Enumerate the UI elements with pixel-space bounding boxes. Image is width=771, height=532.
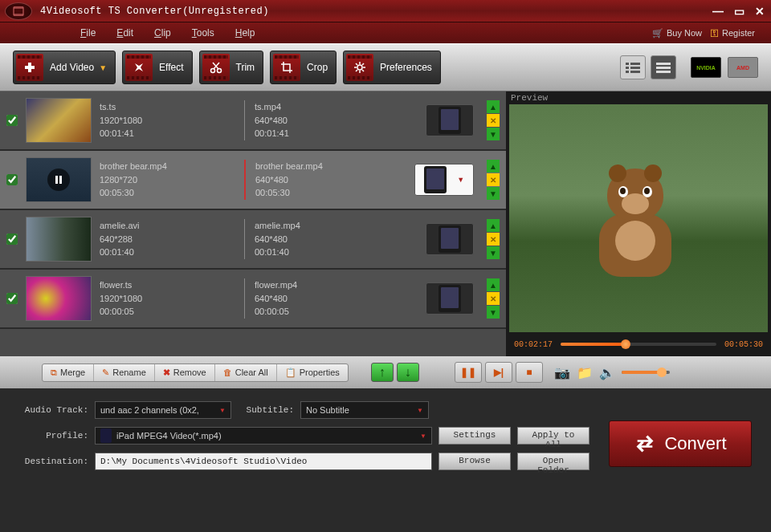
destination-input[interactable]	[95, 453, 432, 470]
svg-rect-1	[14, 6, 23, 8]
ipad-icon	[439, 225, 461, 253]
row-move-up[interactable]: ▲	[487, 278, 500, 291]
output-device-select[interactable]: ▼	[414, 164, 474, 196]
svg-rect-9	[630, 63, 640, 65]
output-device-select[interactable]	[426, 282, 474, 315]
open-snapshot-folder-button[interactable]: 📁	[577, 365, 593, 380]
convert-icon	[634, 433, 656, 455]
convert-label: Convert	[664, 433, 726, 454]
row-move-down[interactable]: ▼	[487, 246, 500, 259]
app-logo-icon	[5, 2, 32, 20]
row-move-down[interactable]: ▼	[487, 128, 500, 140]
pause-button[interactable]: ❚❚	[455, 362, 482, 383]
output-resolution: 640*480	[255, 233, 341, 246]
view-list-button[interactable]	[620, 55, 646, 79]
row-move-down[interactable]: ▼	[487, 187, 500, 200]
menu-edit[interactable]: Edit	[116, 27, 133, 39]
row-move-up[interactable]: ▲	[487, 160, 500, 173]
preferences-button[interactable]: Preferences	[343, 51, 441, 84]
row-move-down[interactable]: ▼	[487, 306, 500, 319]
file-checkbox[interactable]	[6, 174, 18, 185]
stop-button[interactable]: ■	[516, 362, 543, 383]
svg-rect-4	[25, 66, 35, 69]
trash-icon: 🗑	[223, 368, 232, 377]
convert-button[interactable]: Convert	[609, 420, 752, 467]
menu-file[interactable]: File	[80, 27, 96, 39]
svg-rect-14	[656, 63, 671, 65]
rename-label: Rename	[112, 368, 146, 377]
row-move-up[interactable]: ▲	[487, 100, 500, 113]
merge-button[interactable]: ⧉Merge	[43, 364, 94, 381]
file-row[interactable]: ts.ts 1920*1080 00:01:41 ts.mp4 640*480 …	[0, 91, 506, 151]
key-icon: ⚿	[710, 28, 719, 38]
settings-button[interactable]: Settings	[439, 427, 511, 445]
svg-rect-13	[630, 71, 640, 73]
remove-icon: ✖	[163, 368, 170, 378]
effect-label: Effect	[159, 62, 183, 73]
menu-clip[interactable]: Clip	[154, 27, 171, 39]
file-row[interactable]: flower.ts 1920*1080 00:00:05 flower.mp4 …	[0, 270, 506, 329]
menu-tools[interactable]: Tools	[192, 27, 214, 39]
crop-button[interactable]: Crop	[270, 51, 337, 84]
register-link[interactable]: ⚿ Register	[710, 28, 755, 38]
ipad-icon	[439, 107, 461, 134]
ipad-icon	[100, 428, 112, 443]
file-resolution: 1920*1080	[100, 114, 236, 128]
output-name: flower.mp4	[255, 278, 341, 292]
add-video-button[interactable]: Add Video ▼	[13, 51, 116, 84]
subtitle-label: Subtitle:	[238, 405, 294, 415]
register-label: Register	[722, 28, 755, 38]
row-remove[interactable]: ✕	[487, 173, 500, 186]
row-remove[interactable]: ✕	[487, 233, 500, 246]
file-checkbox[interactable]	[6, 115, 18, 126]
apply-to-all-button[interactable]: Apply to All	[517, 427, 589, 445]
minimize-button[interactable]: —	[712, 5, 724, 18]
snapshot-button[interactable]: 📷	[554, 365, 570, 380]
maximize-button[interactable]: ▭	[732, 5, 745, 18]
titlebar: 4Videosoft TS Converter(Unregistered) — …	[0, 0, 771, 22]
row-remove[interactable]: ✕	[487, 292, 500, 305]
row-remove[interactable]: ✕	[487, 114, 500, 127]
clear-label: Clear All	[235, 368, 268, 377]
row-move-up[interactable]: ▲	[487, 219, 500, 232]
step-button[interactable]: ▶|	[485, 362, 512, 383]
file-checkbox[interactable]	[6, 293, 18, 304]
effect-button[interactable]: Effect	[122, 51, 192, 84]
profile-select[interactable]: iPad MPEG4 Video(*.mp4) ▼	[95, 427, 432, 445]
svg-rect-17	[55, 176, 58, 184]
browse-button[interactable]: Browse	[439, 453, 511, 470]
move-up-button[interactable]: ↑	[371, 363, 394, 382]
rename-button[interactable]: ✎Rename	[94, 364, 155, 381]
subtitle-select[interactable]: No Subtitle▼	[300, 401, 429, 419]
buy-now-link[interactable]: 🛒 Buy Now	[652, 28, 702, 39]
output-device-select[interactable]	[426, 223, 474, 255]
timeline-slider[interactable]	[561, 343, 716, 346]
file-row[interactable]: brother bear.mp4 1280*720 00:05:30 broth…	[0, 151, 506, 210]
merge-icon: ⧉	[51, 368, 57, 378]
trim-label: Trim	[236, 62, 255, 73]
open-folder-button[interactable]: Open Folder	[517, 453, 589, 470]
remove-button[interactable]: ✖Remove	[155, 364, 215, 381]
clear-all-button[interactable]: 🗑Clear All	[215, 364, 277, 381]
file-name: ts.ts	[100, 100, 236, 114]
current-time: 00:02:17	[514, 340, 553, 349]
ipad-icon	[424, 166, 447, 193]
trim-button[interactable]: Trim	[199, 51, 264, 84]
file-name: amelie.avi	[100, 219, 236, 233]
amd-badge: AMD	[728, 57, 758, 78]
file-resolution: 640*288	[100, 233, 236, 246]
view-detail-button[interactable]	[651, 55, 676, 79]
close-button[interactable]: ✕	[753, 5, 766, 18]
file-row[interactable]: amelie.avi 640*288 00:01:40 amelie.mp4 6…	[0, 210, 506, 270]
properties-button[interactable]: 📋Properties	[277, 364, 348, 381]
file-checkbox[interactable]	[6, 234, 18, 245]
preview-panel: Preview 00:02:17 00:05:30	[506, 91, 771, 356]
subtitle-value: No Subtitle	[306, 405, 349, 415]
file-list: ts.ts 1920*1080 00:01:41 ts.mp4 640*480 …	[0, 91, 506, 356]
audio-track-select[interactable]: und aac 2 channels (0x2,▼	[95, 401, 231, 419]
output-device-select[interactable]	[426, 104, 474, 136]
menu-help[interactable]: Help	[235, 27, 255, 39]
properties-label: Properties	[300, 368, 340, 377]
move-down-button[interactable]: ↓	[397, 363, 419, 382]
volume-slider[interactable]	[622, 371, 670, 374]
